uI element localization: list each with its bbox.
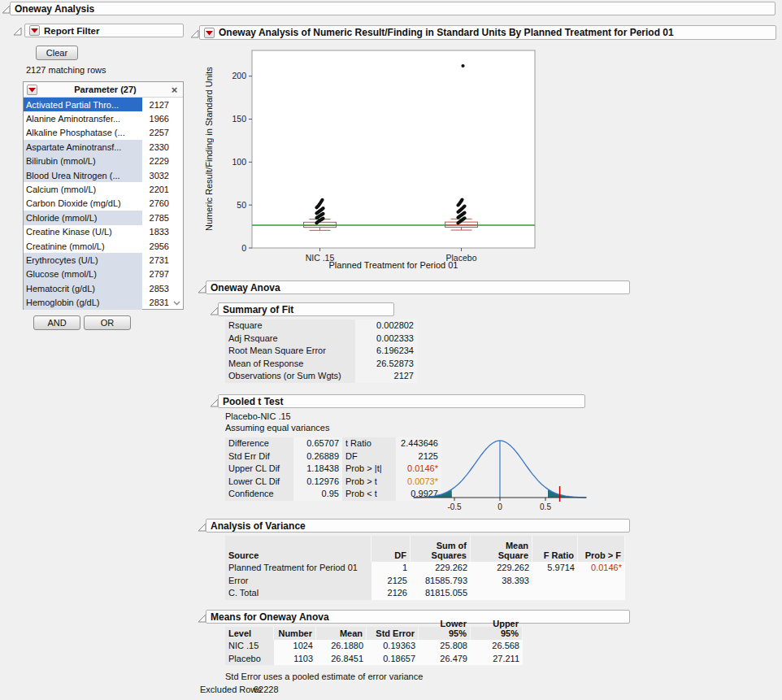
- close-icon[interactable]: ×: [169, 85, 180, 95]
- f-cell: [532, 575, 578, 588]
- parameter-label[interactable]: Aspartate Aminotransf...: [24, 140, 142, 154]
- parameter-label[interactable]: Glucose (mmol/L): [24, 267, 142, 281]
- list-item[interactable]: Activated Partial Thro...2127: [24, 98, 183, 111]
- clear-button[interactable]: Clear: [36, 46, 78, 60]
- number-cell: 1024: [274, 640, 316, 653]
- t-distribution-plot[interactable]: -0.500.5: [406, 426, 593, 517]
- list-item[interactable]: Bilirubin (mmol/L)2229: [24, 154, 183, 168]
- column-header: Prob > F: [578, 536, 625, 562]
- pooled-t-test-header: Pooled t Test: [218, 394, 585, 408]
- stat-label: Confidence: [225, 488, 293, 501]
- parameter-label[interactable]: Hematocrit (g/dL): [24, 281, 142, 295]
- report-filter-title: Report Filter: [44, 26, 99, 36]
- parameter-count: 2731: [142, 255, 183, 265]
- parameter-list-header: Parameter (27) ×: [24, 82, 183, 98]
- mean-cell: 26.8451: [316, 653, 367, 666]
- stat-value: 26.52873: [355, 358, 417, 371]
- parameter-count: 2257: [142, 128, 183, 137]
- upper-cell: 27.211: [471, 653, 523, 666]
- means-title: Means for Oneway Anova: [211, 611, 329, 623]
- parameter-count: 2330: [142, 142, 183, 152]
- list-item[interactable]: Calcium (mmol/L)2201: [24, 182, 183, 196]
- parameter-label[interactable]: Creatinine (mmol/L): [24, 239, 142, 253]
- scroll-down-icon[interactable]: [172, 298, 181, 308]
- ss-cell: 81585.793: [411, 575, 471, 588]
- column-header: Mean Square: [471, 536, 532, 562]
- list-item[interactable]: Hematocrit (g/dL)2853: [24, 281, 183, 295]
- f-cell: [532, 587, 578, 600]
- red-triangle-menu-icon[interactable]: [29, 25, 40, 36]
- oneway-scatter-plot[interactable]: 050100150200NIC .15Placebo: [216, 47, 540, 265]
- excluded-rows-value: 62228: [254, 685, 279, 694]
- parameter-label[interactable]: Hemoglobin (g/dL): [24, 295, 142, 309]
- mean-cell: 26.1880: [316, 640, 367, 653]
- parameter-label[interactable]: Bilirubin (mmol/L): [24, 154, 142, 168]
- disclosure-triangle[interactable]: [190, 29, 199, 38]
- list-item[interactable]: Alkaline Phosphatase (...2257: [24, 126, 183, 140]
- stat-value: 1.18438: [293, 463, 342, 476]
- list-item[interactable]: Hemoglobin (g/dL)2831: [24, 295, 183, 309]
- stat-label: Mean of Response: [225, 358, 355, 371]
- df-cell: 2126: [371, 587, 411, 600]
- parameter-label[interactable]: Alkaline Phosphatase (...: [24, 126, 142, 140]
- red-triangle-menu-icon[interactable]: [204, 28, 215, 38]
- list-item[interactable]: Glucose (mmol/L)2797: [24, 267, 183, 281]
- column-header: Mean: [316, 627, 367, 640]
- stat-label: Adj Rsquare: [225, 333, 355, 346]
- parameter-label[interactable]: Calcium (mmol/L): [24, 182, 142, 196]
- ss-cell: 81815.055: [411, 587, 471, 600]
- stat-label: Prob > |t|: [342, 463, 396, 476]
- parameter-count: 2760: [142, 198, 183, 208]
- stat-label: Upper CL Dif: [225, 463, 293, 476]
- excluded-rows-label: Excluded Rows: [200, 685, 262, 694]
- parameter-list-title: Parameter (27): [41, 85, 169, 94]
- parameter-count: 2201: [142, 185, 183, 194]
- df-cell: 1: [371, 562, 411, 575]
- parameter-filter-box: Parameter (27) × Activated Partial Thro.…: [23, 81, 184, 310]
- means-table: LevelNumberMeanStd ErrorLower 95%Upper 9…: [225, 627, 523, 665]
- x-axis-title: Planned Treatment for Period 01: [252, 260, 535, 270]
- stat-value: 0.002802: [355, 320, 417, 333]
- parameter-count: 2785: [142, 213, 183, 223]
- list-item[interactable]: Aspartate Aminotransf...2330: [24, 140, 183, 154]
- lower-cell: 25.808: [419, 640, 471, 653]
- parameter-label[interactable]: Blood Urea Nitrogen (...: [24, 168, 142, 182]
- list-item[interactable]: Blood Urea Nitrogen (...3032: [24, 168, 183, 182]
- and-button[interactable]: AND: [33, 315, 80, 330]
- svg-text:200: 200: [232, 71, 246, 80]
- parameter-label[interactable]: Creatine Kinase (U/L): [24, 225, 142, 239]
- stat-label: DF: [342, 450, 396, 463]
- list-item[interactable]: Creatine Kinase (U/L)1833: [24, 225, 183, 239]
- report-filter-header: Report Filter: [24, 24, 184, 37]
- upper-cell: 26.568: [471, 640, 523, 653]
- df-cell: 2125: [371, 575, 411, 588]
- parameter-label[interactable]: Alanine Aminotransfer...: [24, 111, 142, 125]
- disclosure-triangle[interactable]: [13, 27, 22, 36]
- summary-of-fit-table: Rsquare0.002802Adj Rsquare0.002333Root M…: [225, 320, 417, 383]
- parameter-label[interactable]: Erythrocytes (U/L): [24, 253, 142, 267]
- column-header: Sum of Squares: [411, 536, 471, 562]
- t-test-assumption: Assuming equal variances: [225, 423, 329, 433]
- parameter-label[interactable]: Carbon Dioxide (mg/dL): [24, 197, 142, 211]
- parameter-label[interactable]: Chloride (mmol/L): [24, 211, 142, 224]
- red-triangle-menu-icon[interactable]: [27, 85, 37, 95]
- list-item[interactable]: Chloride (mmol/L)2785: [24, 211, 183, 224]
- parameter-count: 1966: [142, 114, 183, 124]
- means-header: Means for Oneway Anova: [206, 610, 630, 624]
- list-item[interactable]: Creatinine (mmol/L)2956: [24, 239, 183, 253]
- p-cell: [578, 587, 625, 600]
- parameter-count: 1833: [142, 227, 183, 237]
- stat-label: Root Mean Square Error: [225, 345, 355, 358]
- anova-header: Analysis of Variance: [206, 519, 630, 533]
- parameter-label[interactable]: Activated Partial Thro...: [24, 98, 142, 111]
- list-item[interactable]: Carbon Dioxide (mg/dL)2760: [24, 197, 183, 211]
- parameter-count: 2853: [142, 284, 183, 293]
- list-item[interactable]: Erythrocytes (U/L)2731: [24, 253, 183, 267]
- analysis-title-bar: Oneway Analysis of Numeric Result/Findin…: [199, 25, 776, 40]
- parameter-count: 2797: [142, 269, 183, 279]
- svg-text:0.5: 0.5: [540, 502, 551, 511]
- stat-label: Prob > t: [342, 476, 396, 489]
- list-item[interactable]: Alanine Aminotransfer...1966: [24, 111, 183, 125]
- svg-text:150: 150: [232, 114, 246, 124]
- or-button[interactable]: OR: [84, 315, 131, 330]
